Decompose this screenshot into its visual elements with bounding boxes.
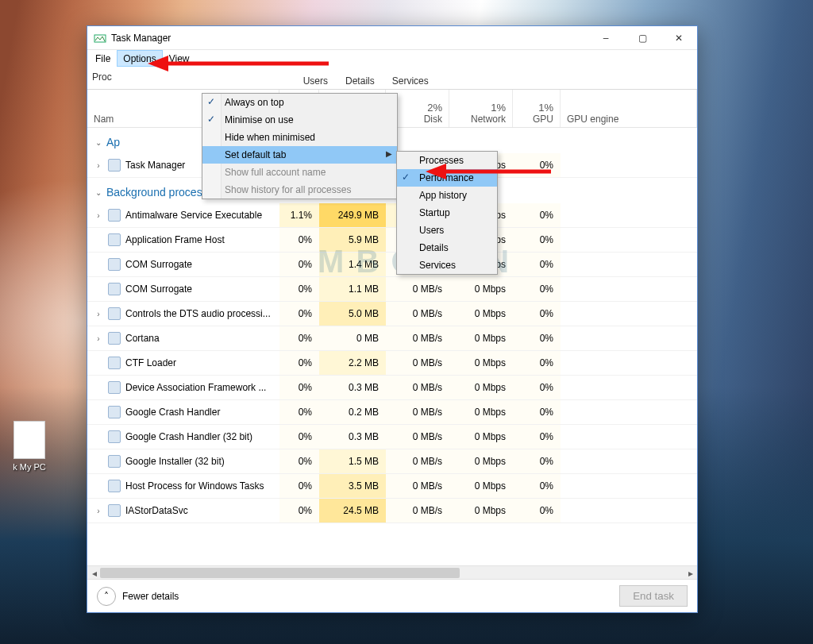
submenu-item-performance[interactable]: ✓Performance: [397, 169, 497, 187]
chevron-up-icon: ˄: [104, 591, 109, 602]
tab-users[interactable]: Users: [295, 71, 337, 90]
process-name-cell[interactable]: Device Association Framework ...: [87, 376, 279, 399]
menuitem-always-on-top[interactable]: ✓ Always on top: [202, 94, 397, 111]
process-name-cell[interactable]: ›Controls the DTS audio processi...: [87, 302, 279, 326]
menuitem-minimise-on-use[interactable]: ✓ Minimise on use: [202, 111, 397, 129]
expand-icon[interactable]: ›: [94, 507, 103, 515]
expand-icon[interactable]: ›: [94, 211, 103, 220]
net-cell: 0 Mbps: [449, 400, 513, 424]
expand-icon[interactable]: ›: [94, 334, 103, 343]
mem-cell: 3.5 MB: [319, 474, 386, 498]
submenu-item-processes[interactable]: Processes: [397, 152, 497, 169]
tab-services[interactable]: Services: [383, 71, 437, 90]
gpu-engine-cell: [561, 474, 697, 498]
tab-processes-partial[interactable]: Proc: [92, 71, 112, 83]
mem-cell: 24.5 MB: [319, 499, 386, 523]
process-name-cell[interactable]: ›Antimalware Service Executable: [87, 203, 279, 227]
process-name: Google Installer (32 bit): [125, 456, 225, 467]
process-name-cell[interactable]: Google Installer (32 bit): [87, 449, 279, 473]
column-network[interactable]: 1%Network: [449, 90, 513, 127]
process-name-cell[interactable]: ›IAStorDataSvc: [87, 499, 279, 523]
table-row[interactable]: Google Crash Handler0%0.2 MB0 MB/s0 Mbps…: [87, 400, 697, 425]
gpu-cell: 0%: [513, 376, 561, 399]
process-name-cell[interactable]: CTF Loader: [87, 351, 279, 375]
net-cell: 0 Mbps: [449, 302, 513, 326]
process-name: Application Frame Host: [125, 234, 225, 245]
menu-view[interactable]: View: [163, 50, 196, 67]
submenu-item-services[interactable]: Services: [397, 256, 497, 274]
desktop-shortcut[interactable]: k My PC: [2, 421, 57, 472]
gpu-cell: 0%: [513, 449, 561, 473]
maximize-button[interactable]: ▢: [624, 26, 661, 50]
gpu-cell: 0%: [513, 326, 561, 350]
menuitem-show-history-all: Show history for all processes: [202, 181, 397, 199]
gpu-engine-cell: [561, 153, 697, 177]
cpu-cell: 0%: [279, 400, 319, 424]
process-name-cell[interactable]: ›Cortana: [87, 326, 279, 350]
process-icon: [108, 430, 121, 443]
check-icon: ✓: [402, 172, 410, 183]
net-cell: 0 Mbps: [449, 277, 513, 301]
process-name: Device Association Framework ...: [125, 382, 266, 393]
process-name-cell[interactable]: Application Frame Host: [87, 228, 279, 252]
submenu-item-startup[interactable]: Startup: [397, 204, 497, 222]
net-cell: 0 Mbps: [449, 351, 513, 375]
table-row[interactable]: Host Process for Windows Tasks0%3.5 MB0 …: [87, 474, 697, 499]
cpu-cell: 0%: [279, 351, 319, 375]
fewer-details-toggle[interactable]: ˄: [97, 587, 116, 606]
horizontal-scrollbar[interactable]: ◂ ▸: [87, 565, 697, 579]
gpu-engine-cell: [561, 253, 697, 276]
close-button[interactable]: ✕: [661, 26, 697, 50]
mem-cell: 1.1 MB: [319, 277, 386, 301]
gpu-cell: 0%: [513, 253, 561, 276]
process-name-cell[interactable]: COM Surrogate: [87, 277, 279, 301]
cpu-cell: 0%: [279, 302, 319, 326]
gpu-engine-cell: [561, 425, 697, 449]
disk-cell: 0 MB/s: [386, 376, 449, 399]
gpu-cell: 0%: [513, 474, 561, 498]
table-row[interactable]: Google Crash Handler (32 bit)0%0.3 MB0 M…: [87, 425, 697, 449]
table-row[interactable]: Google Installer (32 bit)0%1.5 MB0 MB/s0…: [87, 449, 697, 474]
submenu-item-app-history[interactable]: App history: [397, 187, 497, 204]
scroll-thumb[interactable]: [100, 568, 460, 578]
scroll-right-arrow[interactable]: ▸: [684, 566, 697, 580]
table-row[interactable]: Device Association Framework ...0%0.3 MB…: [87, 376, 697, 400]
process-name-cell[interactable]: Host Process for Windows Tasks: [87, 474, 279, 498]
process-name-cell[interactable]: COM Surrogate: [87, 253, 279, 276]
mem-cell: 5.0 MB: [319, 302, 386, 326]
minimize-button[interactable]: –: [588, 26, 624, 50]
cpu-cell: 0%: [279, 425, 319, 449]
end-task-button[interactable]: End task: [619, 585, 688, 607]
menuitem-hide-when-minimised[interactable]: Hide when minimised: [202, 129, 397, 146]
table-row[interactable]: CTF Loader0%2.2 MB0 MB/s0 Mbps0%: [87, 351, 697, 376]
disk-cell: 0 MB/s: [386, 302, 449, 326]
process-name-cell[interactable]: Google Crash Handler (32 bit): [87, 425, 279, 449]
expand-icon[interactable]: ›: [94, 310, 103, 318]
gpu-engine-cell: [561, 277, 697, 301]
menu-options[interactable]: Options: [117, 50, 162, 67]
menu-file[interactable]: File: [89, 50, 117, 67]
titlebar[interactable]: Task Manager – ▢ ✕: [87, 26, 697, 50]
disk-cell: 0 MB/s: [386, 425, 449, 449]
menuitem-set-default-tab[interactable]: Set default tab ▶: [202, 146, 397, 164]
expand-icon[interactable]: ›: [94, 161, 103, 170]
table-row[interactable]: ›Antimalware Service Executable1.1%249.9…: [87, 203, 697, 228]
cpu-cell: 1.1%: [279, 203, 319, 227]
gpu-engine-cell: [561, 228, 697, 252]
fewer-details-label[interactable]: Fewer details: [122, 591, 179, 602]
table-row[interactable]: ›Controls the DTS audio processi...0%5.0…: [87, 302, 697, 326]
table-row[interactable]: COM Surrogate0%1.1 MB0 MB/s0 Mbps0%: [87, 277, 697, 302]
table-row[interactable]: ›IAStorDataSvc0%24.5 MB0 MB/s0 Mbps0%: [87, 499, 697, 523]
submenu-item-users[interactable]: Users: [397, 222, 497, 239]
column-gpu[interactable]: 1%GPU: [513, 90, 561, 127]
process-name-cell[interactable]: Google Crash Handler: [87, 400, 279, 424]
cpu-cell: 0%: [279, 474, 319, 498]
column-gpu-engine[interactable]: GPU engine: [561, 90, 697, 127]
disk-cell: 0 MB/s: [386, 400, 449, 424]
submenu-item-details[interactable]: Details: [397, 239, 497, 256]
process-icon: [108, 307, 121, 320]
tab-details[interactable]: Details: [337, 71, 383, 90]
process-icon: [108, 455, 121, 468]
table-row[interactable]: ›Cortana0%0 MB0 MB/s0 Mbps0%: [87, 326, 697, 351]
scroll-left-arrow[interactable]: ◂: [87, 566, 101, 580]
